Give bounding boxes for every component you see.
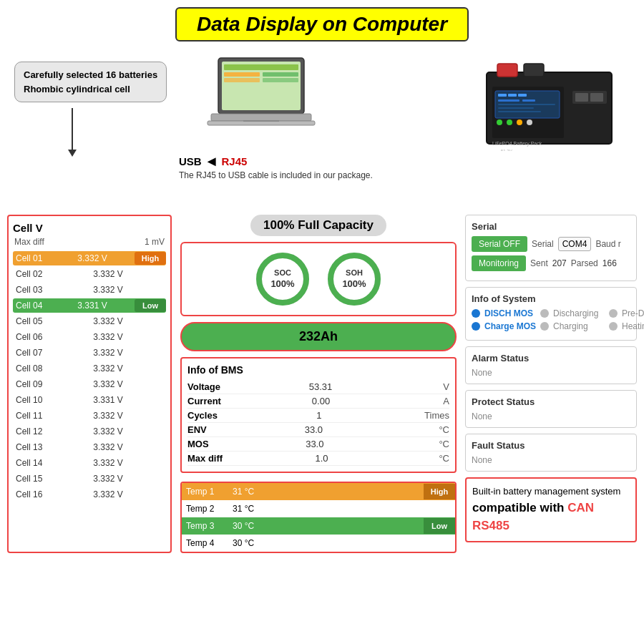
cell-name: Cell 05 [13, 314, 50, 328]
cell-row: Cell 103.331 V [13, 393, 166, 407]
builtin-notice: Built-in battery management system compa… [465, 477, 637, 542]
system-panel: Info of System DISCH MOS Discharging Pre… [465, 287, 637, 341]
svg-point-23 [497, 119, 502, 125]
svg-point-24 [507, 119, 512, 125]
bms-row: Current0.00A [187, 394, 449, 409]
disch-dot [472, 309, 480, 318]
cell-row: Cell 113.332 V [13, 409, 166, 423]
system-title: Info of System [472, 293, 630, 304]
heating-label: Heating [622, 321, 644, 331]
capacity-label: 100% Full Capacity [250, 215, 386, 236]
bms-row-value: 33.0 [305, 424, 323, 435]
temp-rows: Temp 131 °CHighTemp 231 °CTemp 330 °CLow… [182, 483, 455, 552]
sent-value: 207 [552, 258, 567, 268]
cell-voltage: 3.332 V [50, 346, 166, 360]
parsed-label: Parsed [571, 258, 598, 268]
bms-title: Info of BMS [187, 364, 449, 376]
cell-voltage: 3.332 V [50, 314, 166, 328]
serial-title: Serial [472, 221, 630, 232]
cell-name: Cell 04 [13, 298, 50, 313]
cell-name: Cell 03 [13, 283, 50, 297]
cell-voltage: 3.332 V [50, 251, 135, 265]
predisc-dot [609, 309, 618, 318]
cell-row: Cell 143.332 V [13, 456, 166, 470]
charging-label: Charging [553, 321, 605, 331]
bms-row-value: 53.31 [309, 381, 333, 392]
temp-value: 31 °C [228, 500, 455, 517]
svg-rect-7 [211, 114, 311, 121]
temp-row: Temp 231 °C [182, 500, 455, 517]
protect-value: None [472, 411, 630, 421]
ah-bar: 232Ah [180, 322, 457, 351]
bms-row-unit: V [421, 381, 449, 392]
serial-label: Serial [532, 239, 554, 249]
cell-name: Cell 12 [13, 424, 50, 439]
bms-row: ENV33.0°C [187, 423, 449, 437]
parsed-value: 166 [602, 258, 617, 268]
system-row-charge: Charge MOS Charging Heating [472, 321, 630, 331]
sent-label: Sent [530, 258, 548, 268]
svg-rect-12 [524, 64, 544, 77]
temp-row: Temp 330 °CLow [182, 517, 455, 535]
baud-label: Baud r [595, 239, 620, 249]
maxdiff-label: Max diff [14, 237, 44, 247]
alarm-title: Alarm Status [472, 353, 630, 364]
temp-value: 31 °C [228, 483, 424, 500]
bms-row-unit: °C [421, 439, 449, 449]
svg-text:SOH: SOH [346, 268, 363, 277]
alarm-panel: Alarm Status None [465, 346, 637, 384]
svg-point-25 [517, 119, 522, 125]
cell-voltage: 3.332 V [50, 330, 166, 344]
cell-voltage: 3.332 V [50, 472, 166, 486]
serial-row-2: Monitoring Sent 207 Parsed 166 [472, 255, 630, 271]
cell-row: Cell 043.331 VLow [13, 298, 166, 313]
svg-rect-17 [518, 94, 527, 97]
temp-name: Temp 3 [182, 517, 228, 535]
bms-row-value: 1 [316, 410, 321, 421]
predisc-label: Pre-DISC [622, 308, 644, 318]
cell-row: Cell 013.332 VHigh [13, 251, 166, 265]
fault-panel: Fault Status None [465, 434, 637, 472]
temp-name: Temp 4 [182, 535, 228, 552]
temp-row: Temp 131 °CHigh [182, 483, 455, 500]
temp-name: Temp 1 [182, 483, 228, 500]
cell-row: Cell 133.332 V [13, 440, 166, 454]
cell-voltage: 3.331 V [50, 298, 135, 313]
cell-row: Cell 083.332 V [13, 361, 166, 376]
cell-name: Cell 16 [13, 487, 50, 502]
bms-row: Voltage53.31V [187, 380, 449, 394]
battery-image: LiFePO4 Battery Pack 51.2V [479, 51, 623, 151]
callout-arrow [72, 108, 73, 151]
serial-off-button[interactable]: Serial OFF [472, 236, 527, 252]
bms-row-label: ENV [187, 424, 207, 435]
monitoring-button[interactable]: Monitoring [472, 255, 526, 271]
bms-row-label: MOS [187, 439, 209, 449]
svg-rect-4 [224, 78, 260, 82]
bms-row-value: 33.0 [306, 439, 323, 449]
header: Data Display on Computer [0, 0, 644, 47]
svg-rect-28 [575, 93, 588, 102]
temp-badge: High [424, 484, 455, 499]
top-section: Carefully selected 16 batteries Rhombic … [7, 47, 637, 212]
bms-panel: Info of BMS Voltage53.31VCurrent0.00ACyc… [180, 357, 457, 473]
serial-panel: Serial Serial OFF Serial COM4 Baud r Mon… [465, 215, 637, 281]
discharging-label: Discharging [553, 308, 605, 318]
cell-row: Cell 163.332 V [13, 487, 166, 502]
cell-badge: High [135, 252, 166, 265]
maxdiff-value: 1 mV [145, 237, 165, 247]
cell-name: Cell 09 [13, 377, 50, 391]
svg-rect-29 [590, 93, 603, 102]
protect-panel: Protect Status None [465, 390, 637, 428]
temp-table: Temp 131 °CHighTemp 231 °CTemp 330 °CLow… [180, 482, 457, 553]
builtin-line2: compatible with CAN RS485 [472, 499, 630, 535]
charge-dot [472, 322, 480, 331]
svg-text:LiFePO4 Battery Pack: LiFePO4 Battery Pack [492, 141, 542, 147]
cell-name: Cell 11 [13, 409, 50, 423]
cell-voltage: 3.332 V [50, 377, 166, 391]
cell-rows-container: Cell 013.332 VHighCell 023.332 VCell 033… [13, 251, 166, 502]
laptop-image [200, 54, 322, 135]
svg-text:100%: 100% [342, 278, 366, 289]
cell-name: Cell 13 [13, 440, 50, 454]
cell-row: Cell 063.332 V [13, 330, 166, 344]
temp-badge: Low [424, 518, 455, 534]
